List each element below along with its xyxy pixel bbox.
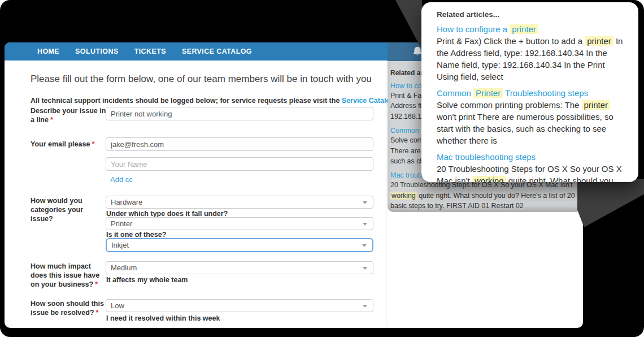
nav-item-home[interactable]: HOME [37, 47, 59, 55]
subcategory-select[interactable]: Printer [106, 217, 373, 230]
required-asterisk: * [95, 280, 98, 288]
article-link[interactable]: Mac troubleshooting steps [437, 152, 627, 162]
impact-select[interactable]: Medium [106, 261, 373, 274]
article-snippet: 20 Troubleshooting Steps for OS X So you… [437, 163, 627, 182]
chevron-down-icon [363, 305, 367, 308]
impact-label: How much impact does this issue have on … [31, 262, 102, 289]
article-text: Troubleshooting steps [503, 88, 588, 98]
article-link[interactable]: How to configure a printer [437, 24, 627, 34]
email-input[interactable] [106, 137, 373, 151]
urgency-label: How soon should this issue be resolved?* [31, 299, 106, 317]
nav-item-solutions[interactable]: SOLUTIONS [75, 47, 119, 55]
article-text: won't print There are numerous possibili… [437, 112, 613, 145]
email-label: Your email please* [31, 140, 106, 149]
nav-item-service-catalog[interactable]: SERVICE CATALOG [182, 47, 252, 55]
subject-input[interactable] [106, 107, 373, 120]
article-text: 20 Troubleshooting Steps for OS X So you… [390, 181, 573, 189]
search-term-highlight: working [390, 192, 417, 200]
form-note: All technical support incidents should b… [31, 97, 413, 105]
related-articles-popup: Related articles...How to configure a pr… [421, 2, 638, 182]
required-asterisk: * [92, 140, 94, 148]
required-asterisk: * [96, 309, 99, 317]
search-term-highlight: printer [582, 100, 611, 110]
search-term-highlight: working [472, 176, 506, 182]
urgency-select[interactable]: Low [106, 299, 373, 312]
article-snippet: Print & Fax) Click the + button to add a… [437, 35, 627, 83]
article-text: quite right. What should you do? Here's … [390, 192, 575, 210]
article-text: How to configure a [437, 24, 510, 34]
popup-corner-shadow [577, 179, 644, 227]
chevron-down-icon [363, 201, 367, 204]
urgency-helper: I need it resolved within this week [106, 314, 220, 322]
service-catalog-link[interactable]: Service Catalog [342, 97, 395, 105]
subcategory-helper: Is it one of these? [106, 231, 166, 239]
required-asterisk: * [50, 116, 53, 124]
article-snippet: Solve common printing problems: The prin… [437, 99, 627, 146]
article-link[interactable]: Common Printer Troubleshooting steps [437, 88, 627, 98]
chevron-down-icon [363, 223, 367, 226]
search-term-highlight: printer [510, 24, 538, 34]
article-snippet: 20 Troubleshooting Steps for OS X So you… [390, 180, 577, 211]
add-cc-link[interactable]: Add cc [110, 175, 133, 184]
name-input[interactable] [106, 157, 373, 171]
related-articles-heading: Related articles... [437, 10, 627, 19]
article-text: Common [437, 88, 473, 98]
impact-helper: It affects my whole team [106, 276, 188, 284]
nav-item-tickets[interactable]: TICKETS [134, 47, 166, 55]
article-text: Solve common printing problems: The [437, 100, 582, 110]
form-note-text: All technical support incidents should b… [31, 97, 342, 105]
chevron-down-icon [362, 244, 367, 247]
article-text: Common [390, 127, 421, 135]
category-select[interactable]: Hardware [106, 196, 373, 209]
search-term-highlight: Printer [473, 88, 503, 98]
article-text: Print & Fax) Click the + button to add a [437, 36, 585, 46]
subject-label: Describe your issue in a line* [31, 106, 106, 124]
chevron-down-icon [363, 267, 367, 270]
category-label: How would you categories your issue? [31, 196, 106, 223]
screenshot-canvas: HOME SOLUTIONS TICKETS SERVICE CATALOG P… [0, 0, 644, 337]
category-helper: Under which type does it fall under? [106, 210, 228, 218]
item-select[interactable]: Inkjet [106, 238, 373, 252]
search-term-highlight: printer [585, 36, 613, 46]
article-text: Mac troubleshooting steps [437, 152, 536, 162]
form-heading: Please fill out the form below, one of o… [31, 74, 372, 85]
